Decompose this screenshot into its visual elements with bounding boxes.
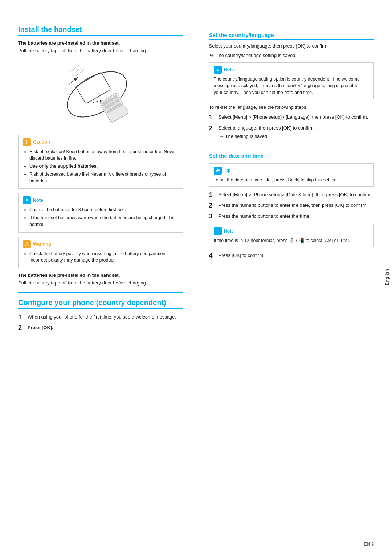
tip-label: Tip <box>224 168 231 173</box>
warning-list: Check the battery polarity when insertin… <box>23 250 179 264</box>
step-content: When using your phone for the first time… <box>28 313 183 321</box>
note-list-1: Charge the batteries for 8 hours before … <box>23 206 179 228</box>
step-num: 1 <box>209 114 216 122</box>
tip-box: ✳ Tip To set the date and time later, pr… <box>209 163 374 187</box>
step-content: Press [OK] to confirm. <box>219 252 374 259</box>
svg-point-3 <box>96 101 98 103</box>
caution-item: Risk of explosion! Keep batteries away f… <box>29 148 179 162</box>
note-label-time: Note <box>224 229 234 234</box>
configure-steps: 1 When using your phone for the first ti… <box>18 313 183 332</box>
tip-text: To set the date and time later, press [B… <box>214 177 369 184</box>
note-icon-1: ≡ <box>23 196 31 204</box>
svg-line-5 <box>70 65 79 73</box>
subsection-title-datetime: Set the date and time <box>209 153 374 160</box>
note-header-time: ≡ Note <box>214 227 369 235</box>
left-column: Install the handset The batteries are pr… <box>18 25 191 529</box>
step-result-text: The setting is saved. <box>225 133 269 140</box>
warning-box: ⚠ Warning Check the battery polarity whe… <box>18 237 183 268</box>
caution-header: ! Caution <box>23 138 179 146</box>
note-label-country: Note <box>224 67 234 72</box>
country-result-text: The country/language setting is saved. <box>216 53 297 58</box>
step4-list: 4 Press [OK] to confirm. <box>209 252 374 260</box>
step-item: 2 Press [OK]. <box>18 324 183 332</box>
section-title-install: Install the handset <box>18 25 183 36</box>
step-item: 3 Press the numeric buttons to enter the… <box>209 213 374 221</box>
note-text-time: If the time is in 12-hour format, press … <box>214 237 369 244</box>
warning-item: Check the battery polarity when insertin… <box>29 250 179 264</box>
svg-line-7 <box>73 69 85 78</box>
footer-text: EN 9 <box>364 542 374 547</box>
step-content: Select a language, then press [OK] to co… <box>219 124 374 140</box>
divider-configure <box>18 292 183 293</box>
subsection-title-country: Set the country/language <box>209 32 374 40</box>
svg-line-6 <box>72 67 82 75</box>
bold-intro-2: The batteries are pre-installed in the h… <box>18 272 183 278</box>
right-column: Set the country/language Select your cou… <box>205 25 374 529</box>
step-content: Press the numeric buttons to enter the t… <box>219 213 374 220</box>
step-content: Press the numeric buttons to enter the d… <box>219 202 374 209</box>
side-tab-label: English <box>385 268 390 285</box>
note-icon-time: ≡ <box>214 227 222 235</box>
tip-icon: ✳ <box>214 167 222 175</box>
step-num: 2 <box>209 202 216 210</box>
caution-item: Use only the supplied batteries. <box>29 163 179 170</box>
step-num: 3 <box>209 213 216 221</box>
caution-list: Risk of explosion! Keep batteries away f… <box>23 148 179 185</box>
caution-icon: ! <box>23 138 31 146</box>
country-steps: 1 Select [Menu] > [Phone setup]> [Langua… <box>209 114 374 140</box>
step-item: 4 Press [OK] to confirm. <box>209 252 374 260</box>
step-item: 2 Press the numeric buttons to enter the… <box>209 202 374 210</box>
note-box-country: ≡ Note The country/language setting opti… <box>209 62 374 99</box>
step-num: 1 <box>209 191 216 199</box>
handset-svg <box>50 58 151 129</box>
step-num: 2 <box>209 124 216 132</box>
warning-label: Warning <box>33 242 51 247</box>
tip-header: ✳ Tip <box>214 167 369 175</box>
step-item: 1 Select [Menu] > [Phone setup]> [Langua… <box>209 114 374 122</box>
arrow-symbol: ↪ <box>210 53 214 58</box>
arrow-symbol: ↪ <box>219 133 223 140</box>
step-num: 4 <box>209 252 216 260</box>
datetime-steps: 1 Select [Menu] > [Phone setup]> [Date &… <box>209 191 374 221</box>
note-box-1: ≡ Note Charge the batteries for 8 hours … <box>18 193 183 232</box>
step-content: Press [OK]. <box>28 324 183 331</box>
note-icon-country: ≡ <box>214 66 222 74</box>
step-content: Select [Menu] > [Phone setup]> [Language… <box>219 114 374 121</box>
country-language-intro: Select your country/language, then press… <box>209 42 374 50</box>
note-item: Charge the batteries for 8 hours before … <box>29 206 179 213</box>
section-title-configure: Configure your phone (country dependent) <box>18 299 183 309</box>
step-item: 2 Select a language, then press [OK] to … <box>209 124 374 140</box>
intro-text-1: Pull the battery tape off from the batte… <box>18 47 183 54</box>
warning-header: ⚠ Warning <box>23 240 179 248</box>
step-content: Select [Menu] > [Phone setup]> [Date & t… <box>219 191 374 198</box>
step-item: 1 Select [Menu] > [Phone setup]> [Date &… <box>209 191 374 199</box>
bold-intro-1: The batteries are pre-installed in the h… <box>18 40 183 46</box>
svg-point-2 <box>93 102 94 103</box>
caution-box: ! Caution Risk of explosion! Keep batter… <box>18 135 183 189</box>
side-tab: English <box>382 0 392 554</box>
note-text-country: The country/language setting option is c… <box>214 76 369 96</box>
note-item: If the handset becomes warm when the bat… <box>29 214 179 228</box>
step-result: ↪ The setting is saved. <box>219 133 374 140</box>
note-header-1: ≡ Note <box>23 196 179 204</box>
step-num: 1 <box>18 313 25 321</box>
re-set-language-intro: To re-set the language, see the followin… <box>209 104 374 111</box>
svg-line-8 <box>68 78 77 85</box>
step-num: 2 <box>18 324 25 332</box>
note-header-country: ≡ Note <box>214 66 369 74</box>
caution-label: Caution <box>33 140 50 145</box>
handset-image <box>18 57 183 130</box>
note-label-1: Note <box>33 198 43 203</box>
note-box-time: ≡ Note If the time is in 12-hour format,… <box>209 224 374 247</box>
divider-datetime <box>209 146 374 146</box>
page-footer: EN 9 <box>364 542 374 547</box>
country-result: ↪ The country/language setting is saved. <box>210 53 374 58</box>
step-item: 1 When using your phone for the first ti… <box>18 313 183 321</box>
caution-item: Risk of decreased battery life! Never mi… <box>29 171 179 185</box>
warning-icon: ⚠ <box>23 240 31 248</box>
intro-text-2: Pull the battery tape off from the batte… <box>18 279 183 287</box>
